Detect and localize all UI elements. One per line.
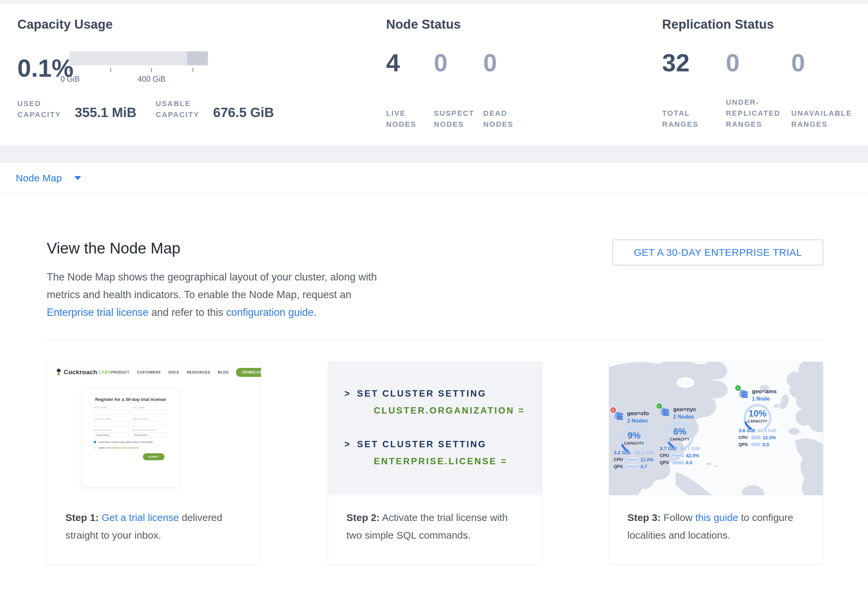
configuration-guide-link[interactable]: configuration guide bbox=[226, 306, 314, 318]
locality-name: geo=sfo bbox=[627, 411, 649, 417]
cpu-row: CPU 12.3% bbox=[738, 435, 776, 440]
qps-row: QPS 0.0 bbox=[738, 442, 776, 447]
usable-capacity-value: 676.5 GiB bbox=[213, 106, 274, 119]
under-replicated-ranges-stat: 0 UNDER-REPLICATED RANGES bbox=[726, 51, 791, 130]
cpu-sparkline bbox=[751, 435, 760, 440]
capacity-usage-title: Capacity Usage bbox=[17, 17, 298, 32]
form-field: LAST NAME bbox=[132, 406, 168, 415]
sql-keyword: SET CLUSTER SETTING bbox=[357, 388, 487, 399]
capacity-bar-other-segment bbox=[187, 52, 208, 65]
nav-item: DOCS bbox=[168, 371, 179, 374]
section-divider bbox=[47, 340, 823, 341]
register-form: Register for a 30-day trial license FIRS… bbox=[81, 388, 180, 487]
unavailable-ranges-stat: 0 UNAVAILABLE RANGES bbox=[791, 51, 863, 130]
axis-tick-label: 400 GiB bbox=[137, 75, 165, 84]
suspect-nodes-stat: 0 SUSPECT NODES bbox=[434, 51, 483, 130]
locality-name: geo=ams bbox=[752, 388, 776, 395]
register-site-screenshot: Cockroach LABS PRODUCT CUSTOMERS DOCS RE… bbox=[47, 362, 261, 495]
sql-statement: >SET CLUSTER SETTING CLUSTER.ORGANIZATIO… bbox=[344, 388, 542, 416]
sql-statement: >SET CLUSTER SETTING ENTERPRISE.LICENSE … bbox=[344, 439, 542, 466]
qps-sparkline bbox=[626, 464, 638, 469]
used-capacity-value: 355.1 MiB bbox=[75, 106, 136, 119]
cockroach-labs-logo: Cockroach LABS bbox=[56, 368, 111, 376]
step2-label: Step 2: bbox=[346, 512, 380, 523]
axis-tick bbox=[151, 68, 152, 72]
total-ranges-label: TOTAL RANGES bbox=[662, 108, 706, 130]
qps-row: QPS 4.7 bbox=[614, 464, 654, 469]
nav-item: RESOURCES bbox=[187, 371, 211, 374]
sql-setting: ENTERPRISE.LICENSE = bbox=[374, 456, 542, 466]
capacity-caption: CAPACITY bbox=[660, 437, 700, 441]
register-site-header: Cockroach LABS PRODUCT CUSTOMERS DOCS RE… bbox=[47, 362, 261, 383]
step1-caption: Step 1: Get a trial license delivered st… bbox=[47, 495, 261, 544]
status-ok-icon: ✓ bbox=[657, 403, 662, 409]
database-icon bbox=[660, 406, 670, 417]
capacity-bar bbox=[69, 52, 208, 65]
capacity-usage-section: Capacity Usage 0.1% 0 GiB 400 GiB USED C… bbox=[17, 17, 298, 120]
locality-name: geo=nyc bbox=[673, 406, 696, 413]
capacity-percent: 9% bbox=[614, 431, 654, 440]
locality-sfo: 1 geo=sfo 2 Nodes 9% bbox=[614, 411, 654, 469]
axis-tick bbox=[193, 68, 193, 72]
status-error-icon: 1 bbox=[610, 407, 616, 413]
checkbox-empty-icon bbox=[94, 447, 96, 449]
cluster-summary-panel: Capacity Usage 0.1% 0 GiB 400 GiB USED C… bbox=[0, 4, 868, 146]
total-ranges-stat: 32 TOTAL RANGES bbox=[662, 51, 726, 130]
locality-node-count: 2 Nodes bbox=[627, 418, 649, 424]
capacity-percent: 10% bbox=[738, 409, 776, 418]
register-site-nav: PRODUCT CUSTOMERS DOCS RESOURCES BLOG bbox=[111, 371, 229, 374]
download-pill: DOWNLOAD bbox=[236, 368, 261, 377]
brand-name: Cockroach bbox=[64, 369, 97, 376]
step1-label: Step 1: bbox=[65, 512, 99, 523]
capacity-gauge: 6% CAPACITY bbox=[660, 421, 700, 451]
cpu-row: CPU 11.0% bbox=[614, 457, 654, 462]
qps-row: QPS 0.0 bbox=[660, 460, 700, 465]
axis-tick bbox=[69, 68, 70, 72]
checkbox-checked-icon bbox=[94, 441, 96, 443]
dead-nodes-label: DEAD NODES bbox=[483, 108, 527, 130]
chevron-down-icon bbox=[74, 176, 81, 180]
sql-keyword: SET CLUSTER SETTING bbox=[357, 439, 487, 449]
capacity-bar-axis: 0 GiB 400 GiB bbox=[69, 65, 208, 90]
qps-sparkline bbox=[751, 442, 760, 447]
enterprise-trial-license-link[interactable]: Enterprise trial license bbox=[47, 306, 149, 318]
sql-commands-illustration: >SET CLUSTER SETTING CLUSTER.ORGANIZATIO… bbox=[328, 362, 542, 495]
dead-nodes-stat: 0 DEAD NODES bbox=[483, 51, 533, 130]
usable-capacity-label: USABLE CAPACITY bbox=[156, 98, 213, 120]
live-nodes-label: LIVE NODES bbox=[386, 108, 430, 130]
view-mode-dropdown[interactable]: Node Map bbox=[0, 162, 868, 193]
license-agree-checkbox-row: I agree to the Software License Agreemen… bbox=[94, 447, 167, 449]
intro-paragraph: The Node Map shows the geographical layo… bbox=[47, 268, 384, 321]
sql-prompt: > bbox=[344, 439, 351, 449]
under-replicated-ranges-value: 0 bbox=[726, 51, 791, 75]
under-replicated-ranges-label: UNDER-REPLICATED RANGES bbox=[726, 97, 786, 130]
this-guide-link[interactable]: this guide bbox=[695, 512, 738, 523]
cockroach-logo-icon bbox=[56, 368, 62, 376]
nav-item: BLOG bbox=[218, 371, 229, 374]
locality-nyc: ✓ geo=nyc 2 Nodes 6% bbox=[660, 406, 700, 465]
get-trial-license-link[interactable]: Get a trial license bbox=[102, 512, 179, 523]
suspect-nodes-value: 0 bbox=[434, 51, 483, 75]
replication-status-section: Replication Status 32 TOTAL RANGES 0 UND… bbox=[662, 17, 866, 130]
sql-prompt: > bbox=[344, 388, 351, 399]
status-ok-icon: ✓ bbox=[735, 385, 741, 391]
qps-sparkline bbox=[672, 460, 684, 465]
capacity-caption: CAPACITY bbox=[738, 419, 776, 423]
used-capacity-label: USED CAPACITY bbox=[17, 98, 75, 120]
capacity-percent: 6% bbox=[660, 427, 700, 436]
license-agreement-link: Software License Agreement. bbox=[111, 447, 139, 449]
capacity-gauge: 10% CAPACITY bbox=[738, 403, 776, 433]
register-form-title: Register for a 30-day trial license bbox=[94, 397, 167, 402]
nav-item: CUSTOMERS bbox=[137, 371, 161, 374]
step2-caption: Step 2: Activate the trial license with … bbox=[328, 495, 542, 544]
capacity-gauge: 9% CAPACITY bbox=[614, 425, 654, 455]
form-field: FIRST NAME bbox=[94, 406, 129, 415]
locality-ams: ✓ geo=ams 1 Node 10% bbox=[738, 388, 776, 447]
total-ranges-value: 32 bbox=[662, 51, 726, 75]
sql-setting: CLUSTER.ORGANIZATION = bbox=[374, 406, 542, 416]
axis-tick-label: 0 GiB bbox=[61, 75, 80, 84]
step3-card: 1 geo=sfo 2 Nodes 9% bbox=[609, 362, 823, 565]
view-mode-label[interactable]: Node Map bbox=[16, 172, 62, 184]
step3-caption: Step 3: Follow this guide to configure l… bbox=[609, 495, 823, 544]
enterprise-trial-button[interactable]: GET A 30-DAY ENTERPRISE TRIAL bbox=[613, 240, 823, 265]
